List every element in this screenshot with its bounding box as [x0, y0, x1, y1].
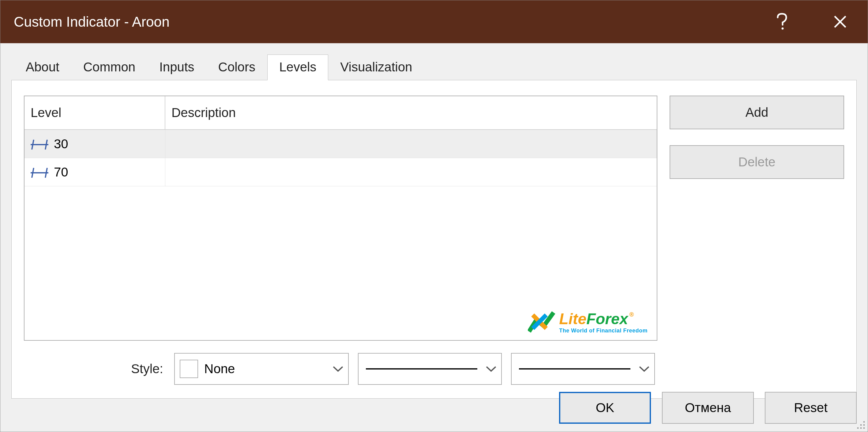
resize-grip-icon: [855, 419, 866, 430]
titlebar: Custom Indicator - Aroon: [0, 0, 868, 43]
grid-header: Level Description: [25, 96, 657, 130]
grid-cell-level: 70: [54, 165, 68, 179]
tab-common[interactable]: Common: [71, 55, 147, 80]
ok-button[interactable]: OK: [559, 392, 651, 424]
chevron-down-icon: [639, 366, 649, 372]
grid-cell-level: 30: [54, 137, 68, 151]
style-color-name: None: [204, 362, 235, 376]
svg-point-0: [782, 28, 784, 30]
levels-grid[interactable]: Level Description: [24, 95, 657, 341]
add-button[interactable]: Add: [670, 95, 844, 129]
close-icon: [833, 15, 847, 28]
svg-point-12: [860, 424, 862, 426]
tab-colors[interactable]: Colors: [206, 55, 267, 80]
window-title: Custom Indicator - Aroon: [14, 13, 764, 30]
tab-about[interactable]: About: [14, 55, 71, 80]
style-row: Style: None: [24, 353, 844, 385]
svg-point-14: [857, 427, 859, 429]
tab-visualization[interactable]: Visualization: [328, 55, 424, 80]
grid-header-description[interactable]: Description: [165, 96, 657, 129]
delete-button[interactable]: Delete: [670, 145, 844, 179]
style-color-combo[interactable]: None: [174, 353, 349, 385]
tab-inputs[interactable]: Inputs: [147, 55, 206, 80]
line-width-sample: [519, 368, 630, 370]
chevron-down-icon: [486, 366, 496, 372]
close-button[interactable]: [825, 6, 856, 37]
tab-levels[interactable]: Levels: [267, 55, 328, 80]
reset-button[interactable]: Reset: [765, 392, 857, 424]
style-label: Style:: [131, 362, 163, 376]
help-button[interactable]: [767, 6, 797, 37]
help-icon: [776, 12, 788, 31]
side-buttons: Add Delete: [670, 95, 844, 341]
grid-body: 30: [25, 130, 657, 340]
cancel-button[interactable]: Отмена: [662, 392, 754, 424]
line-style-sample: [366, 368, 477, 370]
table-row[interactable]: 70: [25, 158, 657, 186]
color-swatch: [180, 360, 198, 378]
resize-grip[interactable]: [855, 419, 866, 430]
style-linestyle-combo[interactable]: [358, 353, 502, 385]
svg-point-16: [863, 427, 865, 429]
dialog-window: Custom Indicator - Aroon About Common In…: [0, 0, 868, 432]
tabstrip: About Common Inputs Colors Levels Visual…: [11, 54, 857, 80]
grid-header-level[interactable]: Level: [25, 96, 165, 129]
svg-point-11: [863, 421, 865, 423]
level-line-icon: [31, 139, 49, 149]
tabpanel-levels: Level Description: [11, 80, 857, 399]
level-line-icon: [31, 167, 49, 178]
style-linewidth-combo[interactable]: [511, 353, 655, 385]
svg-point-13: [863, 424, 865, 426]
svg-point-15: [860, 427, 862, 429]
chevron-down-icon: [333, 366, 343, 372]
table-row[interactable]: 30: [25, 130, 657, 158]
dialog-footer: OK Отмена Reset: [559, 392, 857, 424]
client-area: About Common Inputs Colors Levels Visual…: [0, 43, 868, 432]
